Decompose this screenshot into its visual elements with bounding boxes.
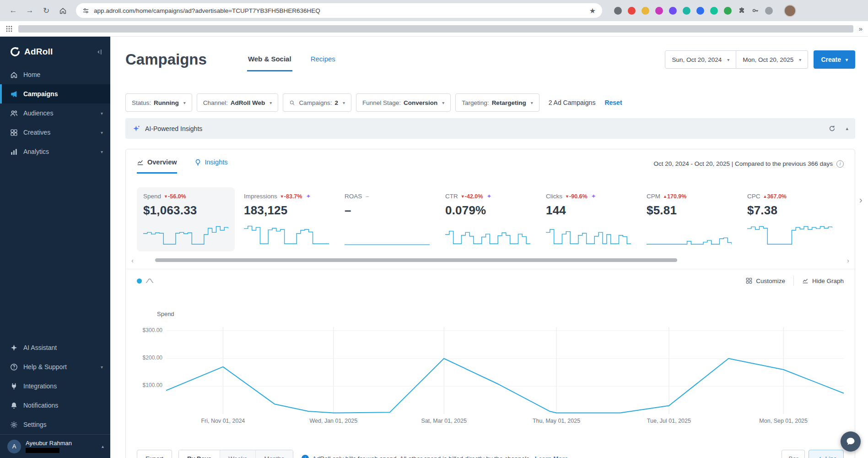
ai-sparkle-icon [132, 125, 140, 133]
granularity-weeks[interactable]: Weeks [220, 450, 255, 458]
browser-home-button[interactable] [56, 4, 70, 17]
metric-name: CPC [747, 193, 760, 200]
browser-chrome: ← → ↻ app.adroll.com/home/campaigns/ad?a… [0, 0, 868, 37]
sidebar-item-label: Integrations [23, 382, 57, 390]
metric-card-spend[interactable]: Spend▾-56.0%$1,063.33 [137, 187, 235, 251]
extension-key-icon[interactable] [751, 7, 759, 15]
granularity-by-days[interactable]: By Days [179, 450, 220, 458]
start-date-select[interactable]: Sun, Oct 20, 2024 ▾ [665, 50, 736, 69]
sidebar-item-help-support[interactable]: Help & Support▾ [0, 357, 110, 376]
browser-back-button[interactable]: ← [6, 4, 20, 17]
adroll-logo-text: AdRoll [24, 47, 53, 57]
tab-web-and-social[interactable]: Web & Social [247, 48, 292, 71]
extension-pin-icon[interactable] [614, 7, 622, 15]
learn-more-link[interactable]: Learn More [535, 455, 568, 458]
line-chart-icon [137, 159, 144, 166]
metric-delta: ▴367.0% [764, 193, 787, 200]
search-icon [289, 100, 295, 106]
adroll-logo-icon [10, 47, 20, 57]
filter-prefix: Funnel Stage: [362, 99, 401, 106]
end-date-select[interactable]: Mon, Oct 20, 2025 ▾ [736, 50, 808, 69]
sidebar-item-home[interactable]: Home [0, 65, 110, 84]
customize-button[interactable]: Customize [746, 278, 785, 284]
tab-overview[interactable]: Overview [137, 158, 177, 174]
metrics-next-icon[interactable]: › [859, 195, 863, 205]
chat-widget-button[interactable] [841, 431, 861, 452]
sidebar-user[interactable]: A Ayeubur Rahman ▴ [0, 434, 110, 458]
extension-greensquare-icon[interactable] [724, 7, 732, 15]
refresh-icon[interactable] [829, 125, 836, 132]
scroll-right-icon[interactable]: › [847, 257, 849, 264]
metric-card-ctr[interactable]: CTR▾-42.0%✦0.079% [439, 187, 537, 251]
tab-recipes[interactable]: Recipes [310, 48, 336, 71]
metric-card-roas[interactable]: ROAS–– [338, 187, 436, 251]
filter-prefix: Channel: [203, 99, 228, 106]
metric-name: Impressions [244, 193, 277, 200]
browser-reload-button[interactable]: ↻ [39, 4, 53, 17]
filter-channel[interactable]: Channel:AdRoll Web▾ [197, 93, 279, 112]
bookmarks-bar: » [0, 21, 868, 37]
browser-profile-avatar[interactable] [784, 5, 796, 17]
extension-teal-icon[interactable] [683, 7, 690, 15]
filter-status[interactable]: Status:Running▾ [125, 93, 192, 112]
extension-red-icon[interactable] [628, 7, 636, 15]
chevron-up-icon[interactable]: ▴ [846, 125, 848, 131]
end-date-value: Mon, Oct 20, 2025 [743, 56, 793, 63]
tab-insights[interactable]: Insights [194, 158, 228, 174]
analytics-icon [10, 148, 18, 156]
granularity-months[interactable]: Months [255, 450, 292, 458]
chart-mode-bar[interactable]: Bar [782, 450, 805, 458]
chart-mode-line[interactable]: Line [809, 450, 844, 458]
site-info-icon[interactable] [82, 7, 89, 14]
bookmark-star-icon[interactable]: ★ [589, 6, 596, 15]
ai-sparkle-icon: ✦ [486, 193, 491, 200]
extension-yellow-icon[interactable] [642, 7, 649, 15]
chevron-down-icon: ▾ [442, 100, 444, 105]
extension-gray-icon[interactable] [765, 7, 773, 15]
sidebar-item-audiences[interactable]: Audiences▾ [0, 104, 110, 123]
metric-card-clicks[interactable]: Clicks▾-90.6%✦144 [539, 187, 637, 251]
apps-grid-icon[interactable] [5, 25, 13, 33]
filter-funnelstage[interactable]: Funnel Stage:Conversion▾ [356, 93, 451, 112]
metrics-scrollbar-thumb[interactable] [155, 258, 678, 262]
user-name: Ayeubur Rahman [26, 440, 72, 447]
scroll-left-icon[interactable]: ‹ [131, 257, 134, 264]
chevron-up-icon: ▴ [102, 444, 104, 449]
export-button[interactable]: Export [137, 450, 172, 458]
bookmarks-overflow-icon[interactable]: » [859, 25, 863, 33]
chevron-down-icon: ▾ [101, 149, 103, 154]
browser-forward-button[interactable]: → [23, 4, 37, 17]
sidebar-item-integrations[interactable]: Integrations [0, 376, 110, 396]
ai-sparkle-icon: ✦ [306, 193, 311, 200]
page-title: Campaigns [125, 51, 207, 68]
ai-insights-bar[interactable]: AI-Powered Insights ▴ [125, 118, 855, 139]
sidebar-item-label: AI Assistant [23, 344, 57, 351]
metric-card-cpc[interactable]: CPC▴367.0%$7.38 [741, 187, 839, 251]
extension-puzzle-icon[interactable] [738, 7, 745, 15]
sidebar-item-creatives[interactable]: Creatives▾ [0, 123, 110, 142]
address-bar[interactable]: app.adroll.com/home/campaigns/ad?adverti… [76, 3, 602, 18]
sidebar-collapse-icon[interactable] [96, 49, 103, 55]
sidebar-item-notifications[interactable]: Notifications [0, 396, 110, 415]
filter-targeting[interactable]: Targeting:Retargeting▾ [455, 93, 539, 112]
delta-down-icon: ▾ [165, 194, 167, 199]
metric-card-impressions[interactable]: Impressions▾-83.7%✦183,125 [237, 187, 335, 251]
reset-filters-link[interactable]: Reset [604, 99, 622, 106]
sidebar-item-analytics[interactable]: Analytics▾ [0, 142, 110, 161]
hide-graph-button[interactable]: Hide Graph [802, 278, 844, 284]
x-axis-tick: Tue, Jul 01, 2025 [647, 418, 691, 424]
metrics-scrollbar[interactable] [137, 258, 843, 262]
filter-campaigns[interactable]: Campaigns:2▾ [283, 93, 351, 112]
sidebar-item-ai-assistant[interactable]: AI Assistant [0, 338, 110, 357]
comparison-range-text: Oct 20, 2024 - Oct 20, 2025 | Compared t… [654, 160, 833, 167]
sidebar-item-settings[interactable]: Settings [0, 415, 110, 434]
metric-card-cpm[interactable]: CPM▴170.9%$5.81 [640, 187, 738, 251]
extension-magenta-icon[interactable] [655, 7, 663, 15]
create-button[interactable]: Create ▾ [814, 50, 855, 69]
main-content: Campaigns Web & Social Recipes Sun, Oct … [110, 37, 868, 458]
extension-blue-icon[interactable] [696, 7, 704, 15]
extension-green-icon[interactable] [710, 7, 718, 15]
info-icon[interactable]: i [836, 160, 844, 168]
extension-purple-icon[interactable] [669, 7, 677, 15]
sidebar-item-campaigns[interactable]: Campaigns [0, 84, 110, 104]
